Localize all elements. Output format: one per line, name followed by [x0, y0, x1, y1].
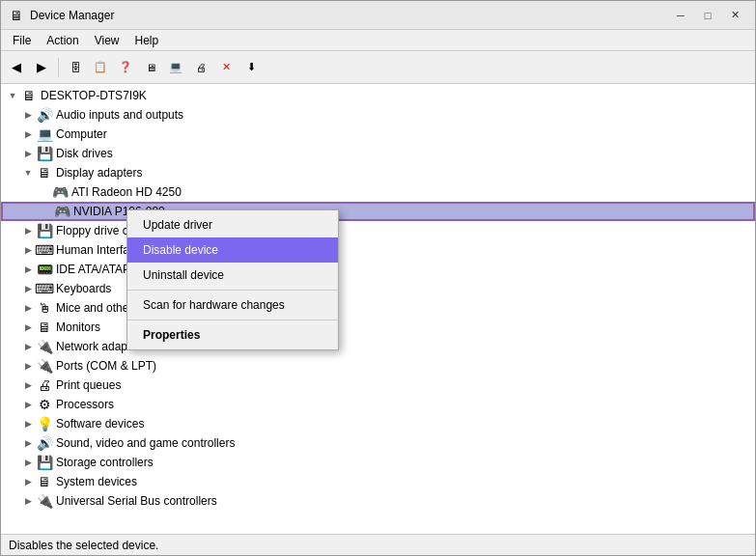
disk-label: Disk drives: [56, 147, 113, 160]
tree-item-audio[interactable]: ▶ 🔊 Audio inputs and outputs: [1, 105, 755, 125]
nvidia-toggle: [38, 204, 53, 219]
minimize-button[interactable]: ─: [668, 6, 693, 25]
mice-icon: 🖱: [36, 300, 53, 316]
toolbar-display[interactable]: 🖥: [139, 56, 162, 79]
disk-toggle[interactable]: ▶: [20, 146, 36, 161]
ati-icon: 🎮: [51, 184, 69, 200]
tree-item-disk[interactable]: ▶ 💾 Disk drives: [1, 144, 755, 163]
audio-label: Audio inputs and outputs: [56, 108, 183, 122]
maximize-button[interactable]: □: [695, 6, 720, 25]
ctx-properties[interactable]: Properties: [127, 322, 338, 348]
root-icon: 🖥: [20, 88, 38, 103]
software-toggle[interactable]: ▶: [20, 416, 36, 431]
tree-root[interactable]: ▼ 🖥 DESKTOP-DTS7I9K: [1, 86, 755, 105]
toolbar-print[interactable]: 🖨: [189, 56, 212, 79]
monitors-toggle[interactable]: ▶: [20, 320, 36, 335]
context-menu: Update driver Disable device Uninstall d…: [126, 209, 339, 350]
hid-toggle[interactable]: ▶: [20, 242, 36, 258]
nvidia-icon: 🎮: [53, 204, 70, 219]
tree-item-print[interactable]: ▶ 🖨 Print queues: [1, 375, 755, 395]
computer-icon: 💻: [36, 126, 53, 142]
sound-toggle[interactable]: ▶: [20, 435, 36, 451]
menu-file[interactable]: File: [5, 32, 39, 49]
tree-item-software[interactable]: ▶ 💡 Software devices: [1, 414, 755, 433]
processors-toggle[interactable]: ▶: [20, 397, 36, 412]
computer-label: Computer: [56, 127, 107, 141]
toolbar-help[interactable]: ❓: [114, 56, 137, 79]
ctx-update-driver[interactable]: Update driver: [127, 212, 338, 237]
window-title: Device Manager: [30, 9, 668, 22]
toolbar-forward[interactable]: ▶: [30, 56, 53, 79]
display-label: Display adapters: [56, 166, 142, 180]
sound-icon: 🔊: [36, 435, 53, 451]
tree-view[interactable]: ▼ 🖥 DESKTOP-DTS7I9K ▶ 🔊 Audio inputs and…: [1, 84, 755, 534]
toolbar-back[interactable]: ◀: [5, 56, 28, 79]
window-icon: 🖥: [9, 8, 24, 23]
toolbar-device[interactable]: 💻: [164, 56, 187, 79]
ati-label: ATI Radeon HD 4250: [71, 185, 182, 199]
floppy-icon: 💾: [36, 223, 53, 238]
ati-toggle: [36, 184, 51, 200]
keyboards-toggle[interactable]: ▶: [20, 281, 36, 296]
toolbar-scan[interactable]: ⬇: [239, 56, 263, 79]
ports-toggle[interactable]: ▶: [20, 358, 36, 374]
ctx-disable-device[interactable]: Disable device: [127, 237, 338, 263]
print-toggle[interactable]: ▶: [20, 377, 36, 393]
floppy-toggle[interactable]: ▶: [20, 223, 36, 238]
ctx-uninstall-device[interactable]: Uninstall device: [127, 263, 338, 288]
computer-toggle[interactable]: ▶: [20, 126, 36, 142]
title-bar-controls: ─ □ ✕: [668, 6, 747, 25]
software-label: Software devices: [56, 417, 144, 431]
tree-item-network[interactable]: ▶ 🔌 Network adapter...: [1, 337, 755, 356]
ports-label: Ports (COM & LPT): [56, 359, 156, 373]
toolbar-remove[interactable]: ✕: [214, 56, 238, 79]
device-manager-window: 🖥 Device Manager ─ □ ✕ File Action View …: [0, 0, 756, 556]
tree-item-sound[interactable]: ▶ 🔊 Sound, video and game controllers: [1, 433, 755, 453]
mice-toggle[interactable]: ▶: [20, 300, 36, 316]
keyboards-label: Keyboards: [56, 282, 111, 295]
ctx-scan-hardware[interactable]: Scan for hardware changes: [127, 292, 338, 318]
ctx-separator-1: [127, 290, 338, 291]
ide-icon: 📟: [36, 262, 53, 277]
tree-item-ide[interactable]: ▶ 📟 IDE ATA/ATAPI c...: [1, 260, 755, 279]
tree-item-monitors[interactable]: ▶ 🖥 Monitors: [1, 318, 755, 337]
menu-view[interactable]: View: [87, 32, 127, 49]
print-label: Print queues: [56, 378, 121, 392]
tree-item-ati[interactable]: 🎮 ATI Radeon HD 4250: [1, 182, 755, 202]
storage-label: Storage controllers: [56, 456, 154, 469]
storage-toggle[interactable]: ▶: [20, 455, 36, 470]
system-toggle[interactable]: ▶: [20, 474, 36, 489]
audio-toggle[interactable]: ▶: [20, 107, 36, 123]
main-content: ▼ 🖥 DESKTOP-DTS7I9K ▶ 🔊 Audio inputs and…: [1, 84, 755, 534]
menu-help[interactable]: Help: [127, 32, 167, 49]
status-bar: Disables the selected device.: [1, 534, 755, 555]
menu-action[interactable]: Action: [39, 32, 86, 49]
tree-item-usb[interactable]: ▶ 🔌 Universal Serial Bus controllers: [1, 491, 755, 511]
toolbar-properties[interactable]: 🗄: [64, 56, 87, 79]
tree-item-hid[interactable]: ▶ ⌨ Human Interface...: [1, 240, 755, 260]
tree-item-system[interactable]: ▶ 🖥 System devices: [1, 472, 755, 491]
close-button[interactable]: ✕: [722, 6, 747, 25]
tree-item-ports[interactable]: ▶ 🔌 Ports (COM & LPT): [1, 356, 755, 375]
disk-icon: 💾: [36, 146, 53, 161]
ide-toggle[interactable]: ▶: [20, 262, 36, 277]
tree-item-computer[interactable]: ▶ 💻 Computer: [1, 125, 755, 144]
status-text: Disables the selected device.: [9, 539, 158, 552]
tree-item-nvidia[interactable]: 🎮 NVIDIA P106-000: [1, 202, 755, 221]
root-toggle[interactable]: ▼: [5, 88, 20, 103]
display-icon: 🖥: [36, 165, 53, 181]
display-toggle[interactable]: ▼: [20, 165, 36, 181]
network-toggle[interactable]: ▶: [20, 339, 36, 354]
tree-item-keyboards[interactable]: ▶ ⌨ Keyboards: [1, 279, 755, 298]
sound-label: Sound, video and game controllers: [56, 436, 235, 450]
toolbar: ◀ ▶ 🗄 📋 ❓ 🖥 💻 🖨 ✕ ⬇: [1, 51, 755, 84]
tree-item-display[interactable]: ▼ 🖥 Display adapters: [1, 163, 755, 182]
toolbar-update[interactable]: 📋: [89, 56, 112, 79]
audio-icon: 🔊: [36, 107, 53, 123]
tree-item-processors[interactable]: ▶ ⚙ Processors: [1, 395, 755, 414]
tree-item-storage[interactable]: ▶ 💾 Storage controllers: [1, 453, 755, 472]
root-label: DESKTOP-DTS7I9K: [41, 89, 147, 102]
tree-item-mice[interactable]: ▶ 🖱 Mice and other p...: [1, 298, 755, 318]
usb-toggle[interactable]: ▶: [20, 493, 36, 509]
tree-item-floppy[interactable]: ▶ 💾 Floppy drive con...: [1, 221, 755, 240]
